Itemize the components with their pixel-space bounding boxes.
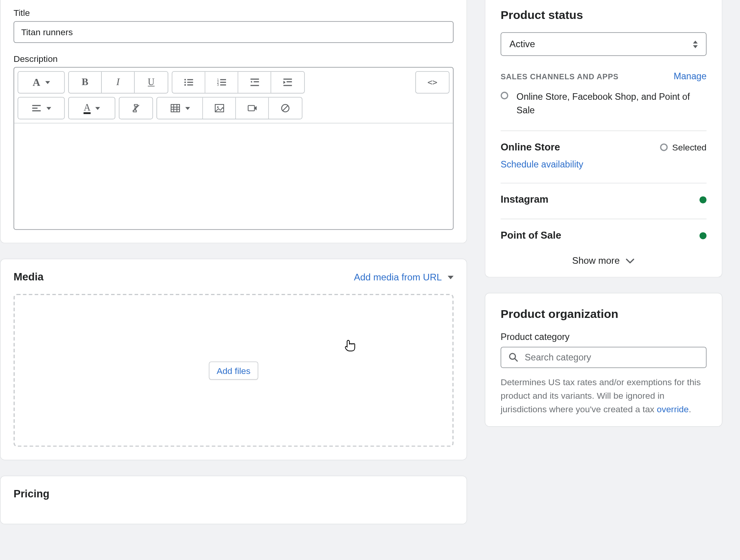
override-link[interactable]: override xyxy=(657,404,689,414)
product-category-help: Determines US tax rates and/or exemption… xyxy=(501,375,707,416)
description-label: Description xyxy=(14,53,454,63)
selected-indicator: Selected xyxy=(660,142,707,152)
rte-paragraph-style-dropdown[interactable]: A xyxy=(18,72,64,93)
svg-marker-13 xyxy=(250,81,252,83)
product-category-label: Product category xyxy=(501,331,707,342)
svg-rect-14 xyxy=(254,81,259,82)
svg-rect-18 xyxy=(287,81,292,82)
pricing-card: Pricing xyxy=(0,476,467,524)
rte-html-button[interactable]: <> xyxy=(416,72,449,93)
svg-rect-7 xyxy=(220,79,226,80)
product-status-heading: Product status xyxy=(501,8,707,22)
chevron-down-icon xyxy=(95,107,100,110)
image-icon xyxy=(214,103,224,113)
svg-rect-19 xyxy=(283,85,292,86)
svg-rect-21 xyxy=(32,108,38,109)
svg-line-34 xyxy=(283,106,288,111)
divider xyxy=(501,183,707,183)
svg-point-0 xyxy=(184,79,186,80)
rte-text-color-dropdown[interactable]: A xyxy=(69,97,115,119)
pos-row: Point of Sale xyxy=(501,230,707,241)
table-icon xyxy=(170,103,180,113)
channels-summary-row: Online Store, Facebook Shop, and Point o… xyxy=(501,90,707,118)
chevron-down-icon xyxy=(448,275,454,279)
indent-icon xyxy=(283,77,293,87)
bold-icon: B xyxy=(82,77,88,88)
description-textarea[interactable] xyxy=(14,123,453,229)
status-dot-active-icon xyxy=(699,196,706,203)
channels-summary-text: Online Store, Facebook Shop, and Point o… xyxy=(517,90,707,118)
add-media-from-url-button[interactable]: Add media from URL xyxy=(354,272,453,282)
svg-rect-3 xyxy=(187,82,193,83)
svg-rect-12 xyxy=(250,79,259,80)
chevron-down-icon xyxy=(45,81,50,84)
rte-video-button[interactable] xyxy=(236,97,269,119)
show-more-button[interactable]: Show more xyxy=(501,253,707,266)
svg-point-4 xyxy=(184,84,186,86)
status-circle-icon xyxy=(660,143,668,151)
selected-label: Selected xyxy=(672,142,707,152)
block-icon xyxy=(280,103,291,113)
svg-rect-1 xyxy=(187,79,193,80)
rte-bulleted-list-button[interactable] xyxy=(172,72,205,93)
rte-indent-button[interactable] xyxy=(271,72,304,93)
rte-outdent-button[interactable] xyxy=(238,72,271,93)
rte-block-button[interactable] xyxy=(269,97,302,119)
instagram-row: Instagram xyxy=(501,194,707,205)
chevron-down-icon xyxy=(46,107,51,110)
svg-rect-11 xyxy=(220,84,226,85)
rte-bold-button[interactable]: B xyxy=(69,72,102,93)
svg-rect-16 xyxy=(283,79,292,80)
schedule-availability-link[interactable]: Schedule availability xyxy=(501,159,583,169)
divider xyxy=(501,130,707,131)
status-circle-icon xyxy=(501,92,509,99)
product-category-search[interactable] xyxy=(501,347,707,368)
media-heading: Media xyxy=(14,271,44,283)
chevron-down-icon xyxy=(625,258,635,264)
svg-point-30 xyxy=(217,106,218,108)
cursor-icon xyxy=(344,339,356,355)
description-editor: A B I U xyxy=(14,67,454,230)
rte-align-dropdown[interactable] xyxy=(18,97,64,119)
manage-channels-link[interactable]: Manage xyxy=(673,71,706,82)
clear-format-icon xyxy=(130,103,141,113)
svg-rect-9 xyxy=(220,82,226,83)
add-files-button[interactable]: Add files xyxy=(209,361,258,379)
chevron-down-icon xyxy=(185,107,190,110)
rte-image-button[interactable] xyxy=(203,97,236,119)
product-status-value: Active xyxy=(509,39,535,49)
svg-text:3: 3 xyxy=(217,83,219,87)
video-icon xyxy=(247,103,257,113)
rte-numbered-list-button[interactable]: 123 xyxy=(205,72,238,93)
product-status-select[interactable]: Active xyxy=(501,32,707,56)
rte-toolbar: A B I U xyxy=(14,68,453,123)
svg-rect-20 xyxy=(32,105,41,106)
rte-underline-button[interactable]: U xyxy=(135,72,168,93)
bulleted-list-icon xyxy=(183,77,194,87)
font-icon: A xyxy=(33,76,40,89)
status-dot-active-icon xyxy=(699,232,706,239)
pos-label: Point of Sale xyxy=(501,230,562,241)
rte-clear-formatting-button[interactable] xyxy=(120,97,152,119)
add-media-url-label: Add media from URL xyxy=(354,272,442,282)
product-category-input[interactable] xyxy=(525,352,699,362)
product-basics-card: Title Description A B xyxy=(0,0,467,243)
numbered-list-icon: 123 xyxy=(216,77,227,87)
svg-point-2 xyxy=(184,82,186,83)
text-color-icon: A xyxy=(84,102,91,114)
rte-italic-button[interactable]: I xyxy=(102,72,135,93)
media-dropzone[interactable]: Add files xyxy=(14,294,454,447)
show-more-label: Show more xyxy=(572,255,620,266)
svg-rect-22 xyxy=(32,110,41,111)
title-input[interactable] xyxy=(14,21,454,43)
search-icon xyxy=(508,352,519,362)
select-caret-icon xyxy=(693,40,698,48)
svg-rect-24 xyxy=(171,104,179,112)
online-store-row: Online Store Selected xyxy=(501,142,707,153)
italic-icon: I xyxy=(116,77,120,88)
rte-table-dropdown[interactable] xyxy=(157,97,203,119)
align-left-icon xyxy=(31,103,42,113)
underline-icon: U xyxy=(148,77,155,87)
outdent-icon xyxy=(249,77,260,87)
code-icon: <> xyxy=(427,78,437,87)
